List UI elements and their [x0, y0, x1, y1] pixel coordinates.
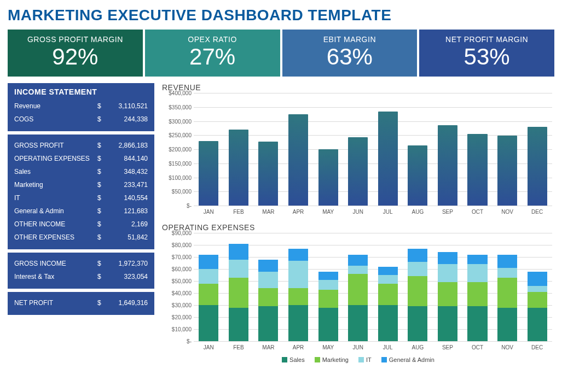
opex-segment-general-admin	[288, 249, 308, 261]
income-row-value: 844,140	[104, 155, 148, 162]
income-row-value: 1,649,316	[104, 299, 148, 307]
opex-segment-general-admin	[408, 249, 427, 262]
legend-label: Marketing	[322, 356, 349, 363]
legend-swatch	[282, 357, 287, 362]
x-axis-tick: SEP	[433, 342, 463, 353]
opex-segment-sales	[497, 308, 517, 342]
opex-segment-it	[528, 286, 547, 292]
opex-segment-marketing	[199, 284, 218, 306]
income-row: NET PROFIT$1,649,316	[14, 296, 148, 309]
currency-symbol: $	[97, 273, 104, 280]
opex-stacked-bar	[348, 255, 368, 341]
kpi-value: 27%	[148, 45, 277, 69]
revenue-bar	[497, 136, 517, 206]
x-axis-tick: OCT	[462, 207, 493, 218]
x-axis-tick: AUG	[403, 207, 433, 218]
opex-segment-it	[378, 275, 398, 283]
x-axis-tick: APR	[283, 207, 314, 218]
y-axis-tick: $60,000	[172, 266, 192, 272]
opex-segment-it	[467, 264, 487, 282]
income-row: Interest & Tax$323,054	[14, 270, 148, 283]
x-axis-tick: MAR	[253, 342, 283, 353]
x-axis-tick: JAN	[194, 342, 224, 353]
revenue-bar	[408, 145, 427, 206]
income-row-value: 348,432	[104, 168, 148, 175]
kpi-label: GROSS PROFIT MARGIN	[11, 35, 140, 44]
income-row-label: General & Admin	[14, 207, 97, 215]
legend-swatch	[315, 357, 320, 362]
currency-symbol: $	[97, 220, 104, 228]
opex-segment-marketing	[497, 278, 517, 308]
opex-segment-it	[497, 268, 517, 278]
opex-segment-sales	[467, 306, 487, 341]
y-axis-tick: $70,000	[172, 254, 192, 260]
opex-segment-sales	[288, 305, 308, 341]
income-row: OTHER EXPENSES$51,842	[14, 231, 148, 244]
kpi-label: EBIT MARGIN	[286, 35, 414, 44]
opex-segment-general-admin	[318, 272, 338, 280]
income-row-value: 244,338	[104, 115, 148, 123]
income-row: GROSS PROFIT$2,866,183	[14, 139, 148, 152]
opex-segment-general-admin	[497, 255, 517, 268]
opex-segment-sales	[229, 308, 248, 342]
opex-segment-sales	[348, 305, 368, 341]
revenue-chart-title: REVENUE	[162, 83, 554, 92]
opex-segment-marketing	[378, 284, 398, 306]
y-axis-tick: $80,000	[172, 242, 192, 248]
opex-segment-general-admin	[258, 260, 278, 272]
y-axis-tick: $300,000	[169, 118, 192, 124]
opex-stacked-bar	[467, 255, 487, 341]
opex-segment-it	[258, 272, 278, 289]
revenue-bar	[528, 127, 547, 206]
revenue-bar	[438, 125, 457, 206]
y-axis-tick: $400,000	[169, 90, 192, 96]
opex-segment-general-admin	[229, 244, 248, 260]
income-row: GROSS INCOME$1,972,370	[14, 257, 148, 270]
opex-segment-general-admin	[467, 255, 487, 265]
income-row: Revenue$3,110,521	[14, 100, 148, 113]
income-row-value: 3,110,521	[104, 102, 148, 110]
x-axis-tick: DEC	[522, 342, 552, 353]
currency-symbol: $	[97, 233, 104, 241]
x-axis-tick: OCT	[462, 342, 493, 353]
income-row-label: Revenue	[14, 102, 97, 110]
income-row-label: NET PROFIT	[14, 299, 97, 307]
opex-stacked-bar	[378, 267, 398, 341]
legend-swatch	[358, 357, 364, 362]
currency-symbol: $	[97, 102, 104, 110]
legend-item: Sales	[282, 356, 305, 363]
currency-symbol: $	[97, 115, 104, 123]
opex-segment-it	[318, 280, 338, 290]
currency-symbol: $	[97, 299, 104, 307]
income-block-1: INCOME STATEMENT Revenue$3,110,521COGS$2…	[8, 83, 154, 131]
income-row-label: GROSS PROFIT	[14, 142, 97, 149]
opex-chart: $-$10,000$20,000$30,000$40,000$50,000$60…	[162, 233, 554, 379]
opex-legend: SalesMarketingITGeneral & Admin	[162, 356, 554, 363]
income-row-label: Marketing	[14, 181, 97, 189]
kpi-opex-ratio: OPEX RATIO 27%	[145, 30, 280, 77]
y-axis-tick: $150,000	[169, 160, 192, 166]
y-axis-tick: $20,000	[172, 314, 192, 320]
x-axis-tick: JUN	[343, 207, 373, 218]
income-row-label: Sales	[14, 168, 97, 175]
legend-label: IT	[366, 356, 372, 363]
revenue-bar	[288, 114, 308, 206]
opex-segment-it	[438, 264, 457, 282]
income-row: General & Admin$121,683	[14, 204, 148, 218]
legend-label: General & Admin	[389, 356, 434, 363]
kpi-net-profit-margin: NET PROFIT MARGIN 53%	[419, 30, 554, 77]
opex-segment-marketing	[348, 274, 368, 305]
income-row: IT$140,554	[14, 191, 148, 204]
income-row-value: 121,683	[104, 207, 148, 215]
income-row: Sales$348,432	[14, 165, 148, 178]
x-axis-tick: APR	[283, 342, 314, 353]
income-row: OPERATING EXPENSES$844,140	[14, 152, 148, 165]
x-axis-tick: SEP	[433, 207, 463, 218]
income-row-value: 140,554	[104, 194, 148, 202]
opex-segment-it	[229, 260, 248, 278]
opex-segment-sales	[438, 306, 457, 341]
legend-item: General & Admin	[381, 356, 434, 363]
y-axis-tick: $200,000	[169, 147, 192, 153]
opex-segment-marketing	[229, 278, 248, 308]
x-axis-tick: NOV	[493, 342, 523, 353]
